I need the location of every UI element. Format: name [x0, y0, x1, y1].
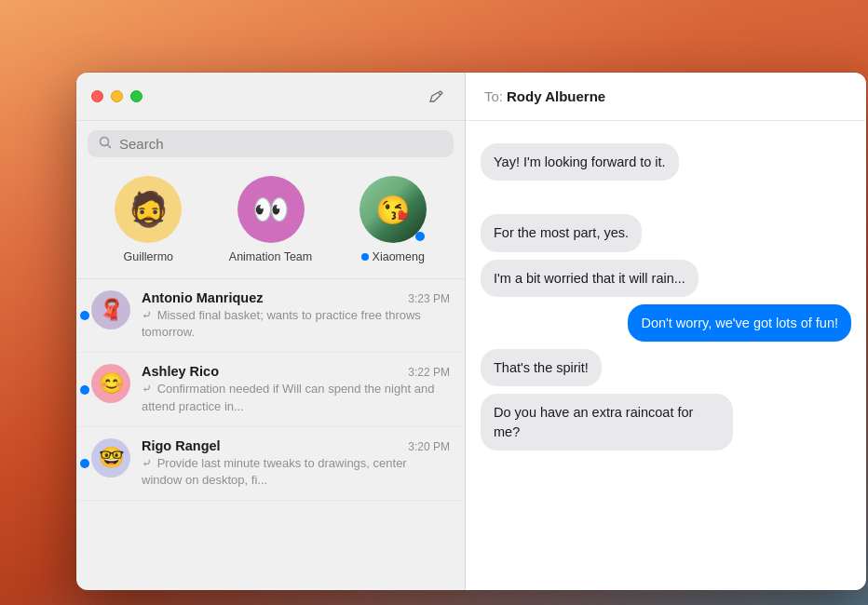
message-bubble-5: That's the spirit! [481, 349, 602, 386]
conversation-item-ashley[interactable]: 😊 Ashley Rico 3:22 PM ⤶ Confirmation nee… [76, 353, 465, 426]
xiaomeng-name-wrap: Xiaomeng [361, 250, 425, 263]
search-input[interactable] [119, 136, 442, 152]
compose-button[interactable] [424, 84, 450, 110]
message-bubble-6: Do you have an extra raincoat for me? [481, 394, 733, 450]
search-bar[interactable] [88, 130, 454, 157]
rigo-unread-dot [80, 459, 89, 468]
xiaomeng-unread-dot [415, 232, 425, 241]
xiaomeng-name: Xiaomeng [373, 250, 425, 263]
minimize-button[interactable] [111, 90, 123, 102]
messages-window: 🧔 Guillermo 👀 Animation Team 😘 Xiaomeng [76, 73, 866, 590]
chat-panel: To: Rody Albuerne Yay! I'm looking forwa… [466, 73, 866, 590]
animation-team-name: Animation Team [229, 250, 312, 263]
ashley-avatar: 😊 [91, 364, 130, 403]
message-bubble-2: For the most part, yes. [481, 214, 642, 251]
close-button[interactable] [91, 90, 103, 102]
guillermo-name: Guillermo [124, 250, 174, 263]
sidebar: 🧔 Guillermo 👀 Animation Team 😘 Xiaomeng [76, 73, 466, 590]
guillermo-avatar-wrap: 🧔 [115, 176, 182, 243]
chat-header: To: Rody Albuerne [466, 73, 866, 121]
ashley-unread-dot [80, 385, 89, 395]
ashley-name: Ashley Rico [142, 364, 219, 379]
antonio-header: Antonio Manriquez 3:23 PM [142, 290, 450, 305]
antonio-preview: ⤶ Missed final basket; wants to practice… [142, 307, 450, 341]
maximize-button[interactable] [130, 90, 142, 102]
conversation-item-rigo[interactable]: 🤓 Rigo Rangel 3:20 PM ⤶ Provide last min… [76, 427, 465, 501]
ashley-content: Ashley Rico 3:22 PM ⤶ Confirmation neede… [142, 364, 450, 414]
rigo-name: Rigo Rangel [142, 438, 221, 453]
rigo-content: Rigo Rangel 3:20 PM ⤶ Provide last minut… [142, 438, 450, 489]
traffic-lights [91, 90, 142, 102]
rigo-preview: ⤶ Provide last minute tweaks to drawings… [142, 455, 450, 489]
antonio-preview-icon: ⤶ [142, 308, 152, 322]
conversation-item-antonio[interactable]: 🧣 Antonio Manriquez 3:23 PM ⤶ Missed fin… [76, 279, 465, 353]
animation-team-avatar: 👀 [237, 176, 305, 243]
pinned-contact-guillermo[interactable]: 🧔 Guillermo [115, 176, 182, 263]
to-name: Rody Albuerne [507, 88, 605, 104]
antonio-avatar: 🧣 [91, 290, 130, 329]
titlebar [76, 73, 465, 121]
pinned-contact-animation-team[interactable]: 👀 Animation Team [229, 176, 312, 263]
message-bubble-3: I'm a bit worried that it will rain... [481, 260, 698, 297]
pinned-contact-xiaomeng[interactable]: 😘 Xiaomeng [359, 176, 427, 263]
ashley-preview: ⤶ Confirmation needed if Will can spend … [142, 381, 450, 414]
antonio-content: Antonio Manriquez 3:23 PM ⤶ Missed final… [142, 290, 450, 341]
antonio-time: 3:23 PM [408, 292, 450, 305]
antonio-name: Antonio Manriquez [142, 290, 264, 305]
rigo-time: 3:20 PM [408, 440, 450, 453]
rigo-preview-icon: ⤶ [142, 456, 152, 470]
search-icon [99, 136, 112, 152]
ashley-time: 3:22 PM [408, 366, 450, 379]
message-bubble-1: Yay! I'm looking forward to it. [481, 143, 679, 181]
to-label: To: [484, 88, 503, 104]
animation-team-avatar-wrap: 👀 [237, 176, 305, 243]
rigo-header: Rigo Rangel 3:20 PM [142, 438, 450, 453]
messages-area: Yay! I'm looking forward to it. For the … [466, 121, 866, 590]
rigo-avatar: 🤓 [91, 438, 130, 477]
message-bubble-4: Don't worry, we've got lots of fun! [628, 304, 851, 342]
ashley-header: Ashley Rico 3:22 PM [142, 364, 450, 379]
message-spacer [481, 188, 851, 207]
antonio-unread-dot [80, 311, 89, 320]
ashley-preview-icon: ⤶ [142, 382, 152, 396]
guillermo-avatar: 🧔 [115, 176, 182, 243]
xiaomeng-blue-dot [361, 253, 369, 261]
conversation-list: 🧣 Antonio Manriquez 3:23 PM ⤶ Missed fin… [76, 279, 465, 590]
pinned-contacts: 🧔 Guillermo 👀 Animation Team 😘 Xiaomeng [76, 167, 465, 279]
xiaomeng-avatar-wrap: 😘 [359, 176, 427, 243]
